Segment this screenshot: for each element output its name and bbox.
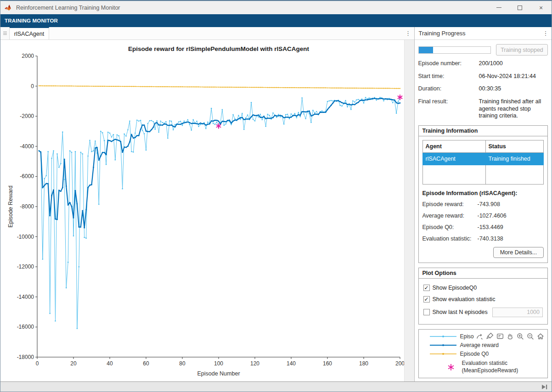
svg-text:120: 120 [250, 360, 259, 367]
status-cell: Training finished [485, 152, 543, 165]
agents-table-header: Agent Status [422, 140, 544, 152]
svg-text:-16000: -16000 [17, 324, 34, 330]
kv-label: Average reward: [422, 213, 478, 219]
progress-row: Training stopped [418, 44, 548, 56]
svg-text:-14000: -14000 [17, 294, 34, 300]
field-value: 00:30:35 [479, 85, 548, 93]
training-information-section: Training Information Agent Status rlSACA… [418, 125, 548, 263]
svg-text:-18000: -18000 [17, 354, 34, 360]
svg-text:2000: 2000 [22, 53, 34, 59]
kv-label: Episode reward: [422, 201, 478, 207]
field-value: Training finished after all agents reach… [479, 98, 548, 120]
statusbar [0, 381, 552, 392]
training-progress-panel: Training Progress ⋮ Training stopped Epi… [414, 27, 552, 381]
field-label: Episode number: [418, 60, 478, 67]
svg-text:180: 180 [359, 360, 368, 367]
tab-label: rlSACAgent [14, 31, 44, 37]
svg-text:-10000: -10000 [17, 234, 34, 240]
episode-reward-row: Episode reward: -743.908 [422, 201, 544, 207]
n-episodes-input [492, 308, 543, 317]
field-value: 06-Nov-2024 18:21:44 [479, 73, 548, 80]
matlab-logo-icon [5, 4, 12, 11]
legend-label: Average reward [460, 342, 499, 348]
data-tips-icon[interactable] [495, 332, 505, 341]
legend-entry-average-reward: Average reward [419, 341, 548, 350]
checkbox-icon: ✓ [423, 285, 430, 291]
svg-text:-6000: -6000 [20, 173, 34, 179]
field-value: 200/1000 [479, 60, 548, 67]
episode-reward-swatch [430, 334, 456, 339]
plot-options-section: Plot Options ✓ Show EpisodeQ0 ✓ Show eva… [418, 268, 548, 325]
legend-entry-evaluation-statistic: Evaluation statistic (MeanEpisodeReward) [419, 359, 548, 375]
titlebar: Reinforcement Learning Training Monitor … [0, 0, 552, 14]
show-episodeq0-checkbox[interactable]: ✓ Show EpisodeQ0 [423, 285, 543, 291]
svg-text:Episode reward for rlSimplePen: Episode reward for rlSimplePendulumModel… [128, 45, 309, 52]
agent-column-header: Agent [422, 140, 485, 152]
panel-title: Training Progress [419, 30, 466, 37]
main-area: rlSACAgent ⋮ 020406080100120140160180200… [0, 27, 552, 381]
kv-value: -1027.4606 [478, 213, 544, 219]
training-stopped-button: Training stopped [496, 44, 548, 56]
field-label: Final result: [418, 98, 478, 120]
svg-text:0: 0 [36, 360, 39, 367]
svg-text:160: 160 [323, 360, 332, 367]
window-title: Reinforcement Learning Training Monitor [16, 5, 488, 11]
axes-toolbar [474, 332, 545, 341]
svg-text:20: 20 [70, 360, 77, 367]
checkbox-label: Show EpisodeQ0 [433, 285, 477, 291]
agents-table: Agent Status rlSACAgent Training finishe… [422, 140, 544, 185]
brush-icon[interactable] [485, 332, 495, 341]
minimize-icon [496, 7, 501, 8]
evaluation-statistic-row: Evaluation statistic: -740.3138 [422, 235, 544, 242]
panel-body: Training stopped Episode number: 200/100… [415, 40, 552, 381]
zoom-in-icon[interactable] [515, 332, 525, 341]
svg-text:-12000: -12000 [17, 263, 34, 270]
export-icon[interactable] [475, 332, 484, 341]
skip-end-icon[interactable] [541, 383, 548, 392]
more-details-button[interactable]: More Details... [493, 247, 544, 258]
training-progress-fill [419, 47, 433, 53]
plot-options-title: Plot Options [419, 268, 548, 279]
tab-rlsacagent[interactable]: rlSACAgent [10, 27, 49, 39]
maximize-icon [518, 6, 522, 10]
panel-header: Training Progress ⋮ [415, 27, 552, 40]
pan-icon[interactable] [505, 332, 515, 341]
document-actions-menu[interactable]: ⋮ [402, 27, 414, 39]
training-information-title: Training Information [419, 126, 548, 136]
status-column-header: Status [485, 140, 543, 152]
svg-text:140: 140 [287, 360, 296, 367]
kv-value: -153.4469 [478, 224, 544, 230]
duration-row: Duration: 00:30:35 [418, 85, 548, 93]
show-last-n-episodes-checkbox[interactable]: Show last N episodes [423, 308, 543, 317]
final-result-row: Final result: Training finished after al… [418, 98, 548, 120]
toolstrip-tab-training-monitor[interactable]: TRAINING MONITOR [0, 14, 552, 27]
document-area: rlSACAgent ⋮ 020406080100120140160180200… [0, 27, 414, 381]
legend-label: Episode Q0 [460, 351, 489, 357]
svg-text:100: 100 [214, 360, 223, 367]
svg-text:-8000: -8000 [20, 203, 34, 210]
zoom-out-icon[interactable] [525, 332, 535, 341]
kv-label: Episode Q0: [422, 224, 478, 230]
legend-panel: Episode reward Average reward Episode Q0 [418, 329, 548, 378]
average-reward-row: Average reward: -1027.4606 [422, 213, 544, 219]
show-evaluation-statistic-checkbox[interactable]: ✓ Show evaluation statistic [423, 296, 543, 302]
app-window: Reinforcement Learning Training Monitor … [0, 0, 552, 392]
reward-chart: 02040608010012014016018020020000-2000-40… [0, 40, 405, 381]
svg-text:40: 40 [107, 360, 113, 367]
field-label: Start time: [418, 73, 478, 80]
minimize-button[interactable] [488, 1, 509, 14]
kv-value: -743.908 [478, 201, 544, 207]
episode-number-row: Episode number: 200/1000 [418, 60, 548, 67]
agent-row-rlsacagent[interactable]: rlSACAgent Training finished [422, 152, 544, 165]
legend-label: Evaluation statistic (MeanEpisodeReward) [462, 360, 518, 374]
kv-value: -740.3138 [478, 235, 544, 242]
checkbox-label: Show evaluation statistic [433, 296, 496, 302]
maximize-button[interactable] [509, 1, 530, 14]
svg-text:Episode Number: Episode Number [197, 370, 240, 377]
episode-q0-swatch [430, 352, 456, 356]
document-drag-handle[interactable] [0, 27, 10, 39]
close-button[interactable]: × [530, 1, 552, 14]
restore-view-icon[interactable] [535, 332, 545, 341]
svg-text:Episode Reward: Episode Reward [7, 185, 14, 228]
panel-actions-menu[interactable]: ⋮ [540, 30, 552, 37]
